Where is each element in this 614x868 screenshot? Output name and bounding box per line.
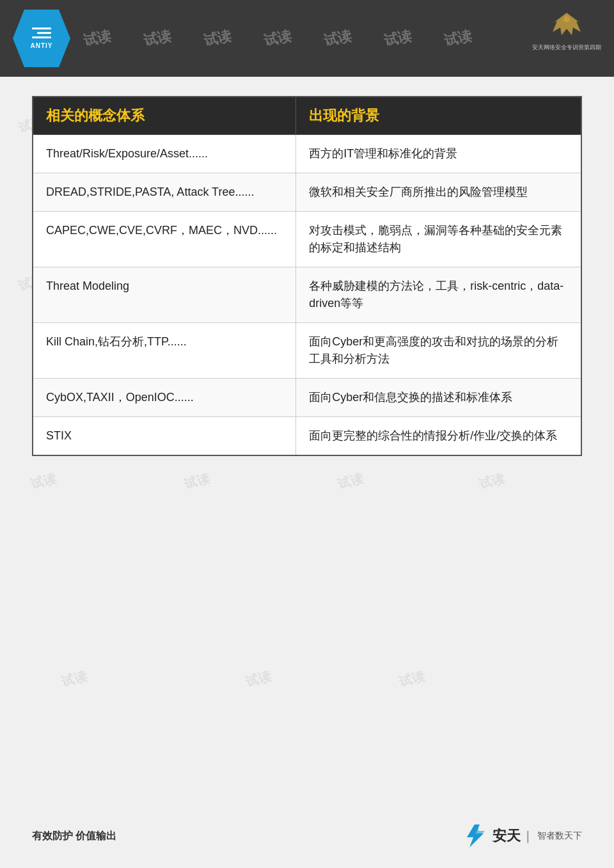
table-cell-col2: 面向Cyber和更高强度的攻击和对抗的场景的分析工具和分析方法 [296,323,581,379]
header-wm-6: 试读 [382,26,414,50]
table-row: STIX面向更完整的综合性的情报分析/作业/交换的体系 [33,417,581,456]
table-cell-col1: CybOX,TAXII，OpenIOC...... [33,379,296,417]
footer-logo-icon [460,823,489,849]
header-wm-3: 试读 [202,26,233,50]
bwm-15: 试读 [244,667,273,690]
table-row: CybOX,TAXII，OpenIOC......面向Cyber和信息交换的描述… [33,379,581,417]
footer-slogan: 智者数天下 [537,830,582,842]
svg-point-0 [563,16,570,22]
table-cell-col2: 各种威胁建模的方法论，工具，risk-centric，data-driven等等 [296,267,581,323]
table-row: Threat Modeling各种威胁建模的方法论，工具，risk-centri… [33,267,581,323]
col1-header: 相关的概念体系 [33,97,296,135]
table-cell-col1: Kill Chain,钻石分析,TTP...... [33,323,296,379]
bwm-11: 试读 [182,470,212,493]
table-row: Threat/Risk/Exposure/Asset......西方的IT管理和… [33,135,581,173]
header-wm-4: 试读 [262,26,294,50]
header-watermarks: 试读 试读 试读 试读 试读 试读 试读 [0,0,614,77]
table-cell-col2: 对攻击模式，脆弱点，漏洞等各种基础的安全元素的标定和描述结构 [296,212,581,267]
table-cell-col1: DREAD,STRIDE,PASTA, Attack Tree...... [33,173,296,212]
footer: 有效防护 价值输出 安天 | 智者数天下 [32,823,582,849]
header-wm-2: 试读 [142,26,173,50]
table-cell-col1: Threat/Risk/Exposure/Asset...... [33,135,296,173]
table-row: Kill Chain,钻石分析,TTP......面向Cyber和更高强度的攻击… [33,323,581,379]
table-row: CAPEC,CWE,CVE,CVRF，MAEC，NVD......对攻击模式，脆… [33,212,581,267]
bwm-13: 试读 [477,470,507,493]
footer-tagline: 有效防护 价值输出 [32,830,116,843]
header-wm-7: 试读 [443,26,474,50]
footer-brand-cn: 安天 [492,826,521,846]
table-cell-col1: STIX [33,417,296,456]
table-row: DREAD,STRIDE,PASTA, Attack Tree......微软和… [33,173,581,212]
footer-brand-separator: | [526,829,530,844]
bwm-16: 试读 [397,667,427,690]
antiy-bird-icon [547,10,586,42]
footer-logo: 安天 | 智者数天下 [460,823,582,849]
table-cell-col2: 面向Cyber和信息交换的描述和标准体系 [296,379,581,417]
header: ANTIY 试读 试读 试读 试读 试读 试读 试读 安天网络安全专训营第四期 [0,0,614,77]
table-cell-col1: CAPEC,CWE,CVE,CVRF，MAEC，NVD...... [33,212,296,267]
header-wm-1: 试读 [82,26,113,50]
main-content: 相关的概念体系 出现的背景 Threat/Risk/Exposure/Asset… [32,96,582,456]
header-wm-5: 试读 [322,26,354,50]
bwm-14: 试读 [59,667,89,690]
col2-header: 出现的背景 [296,97,581,135]
table-cell-col2: 西方的IT管理和标准化的背景 [296,135,581,173]
bwm-10: 试读 [29,470,58,493]
concepts-table: 相关的概念体系 出现的背景 Threat/Risk/Exposure/Asset… [32,96,582,456]
bwm-12: 试读 [336,470,365,493]
table-cell-col2: 微软和相关安全厂商所推出的风险管理模型 [296,173,581,212]
header-right-logo: 安天网络安全专训营第四期 [532,10,601,52]
right-logo-subtext: 安天网络安全专训营第四期 [532,43,601,52]
table-cell-col1: Threat Modeling [33,267,296,323]
table-cell-col2: 面向更完整的综合性的情报分析/作业/交换的体系 [296,417,581,456]
